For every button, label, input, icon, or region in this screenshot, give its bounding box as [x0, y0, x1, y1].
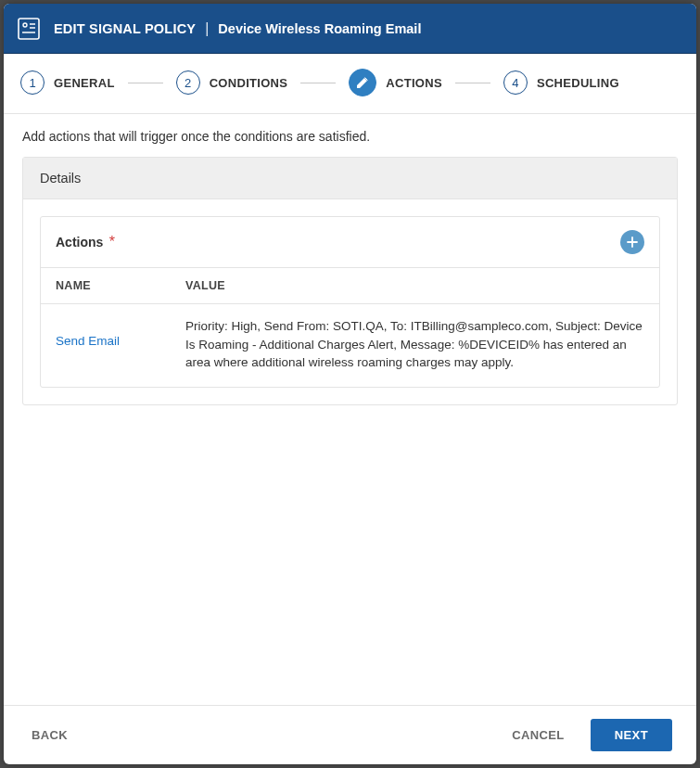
- details-panel: Details Actions * NAME: [22, 157, 678, 405]
- modal-body: Add actions that will trigger once the c…: [4, 114, 696, 705]
- column-value: VALUE: [185, 279, 644, 292]
- action-name-link[interactable]: Send Email: [56, 317, 185, 372]
- svg-rect-0: [19, 19, 39, 39]
- instruction-text: Add actions that will trigger once the c…: [22, 129, 678, 144]
- step-connector: [128, 83, 163, 83]
- actions-label: Actions: [56, 235, 103, 250]
- modal-subtitle: Device Wireless Roaming Email: [218, 21, 421, 36]
- edit-signal-policy-modal: EDIT SIGNAL POLICY | Device Wireless Roa…: [4, 4, 696, 764]
- modal-title: EDIT SIGNAL POLICY: [54, 21, 196, 36]
- step-label: GENERAL: [54, 76, 115, 90]
- step-number: 4: [503, 70, 528, 95]
- step-label: SCHEDULING: [537, 76, 619, 90]
- step-connector: [300, 83, 336, 83]
- actions-card: Actions * NAME VALUE Send Email: [40, 216, 660, 388]
- step-label: CONDITIONS: [210, 76, 288, 90]
- title-separator: |: [205, 20, 209, 37]
- modal-header: EDIT SIGNAL POLICY | Device Wireless Roa…: [4, 4, 696, 54]
- panel-body: Actions * NAME VALUE Send Email: [23, 199, 677, 404]
- next-button[interactable]: NEXT: [591, 719, 672, 751]
- wizard-stepper: 1 GENERAL 2 CONDITIONS ACTIONS 4 SCHEDUL…: [4, 54, 696, 114]
- step-number-active: [349, 69, 376, 96]
- step-number: 2: [176, 70, 200, 95]
- step-general[interactable]: 1 GENERAL: [20, 70, 115, 95]
- step-conditions[interactable]: 2 CONDITIONS: [176, 70, 288, 95]
- required-asterisk: *: [105, 234, 115, 250]
- step-connector: [455, 83, 490, 83]
- plus-icon: [626, 236, 639, 249]
- add-action-button[interactable]: [620, 230, 644, 254]
- step-label: ACTIONS: [386, 76, 442, 90]
- step-scheduling[interactable]: 4 SCHEDULING: [503, 70, 619, 95]
- actions-label-wrap: Actions *: [56, 234, 115, 250]
- modal-footer: BACK CANCEL NEXT: [4, 705, 696, 764]
- action-value: Priority: High, Send From: SOTI.QA, To: …: [185, 317, 644, 372]
- pencil-icon: [355, 75, 370, 90]
- actions-header: Actions *: [41, 217, 659, 268]
- back-button[interactable]: BACK: [28, 721, 71, 749]
- svg-point-1: [23, 23, 27, 27]
- signal-policy-icon: [17, 17, 41, 41]
- table-row: Send Email Priority: High, Send From: SO…: [41, 304, 659, 387]
- actions-table-header: NAME VALUE: [41, 268, 659, 304]
- cancel-button[interactable]: CANCEL: [508, 721, 568, 749]
- step-actions[interactable]: ACTIONS: [349, 69, 442, 96]
- panel-title: Details: [23, 158, 677, 199]
- column-name: NAME: [56, 279, 185, 292]
- step-number: 1: [20, 70, 45, 95]
